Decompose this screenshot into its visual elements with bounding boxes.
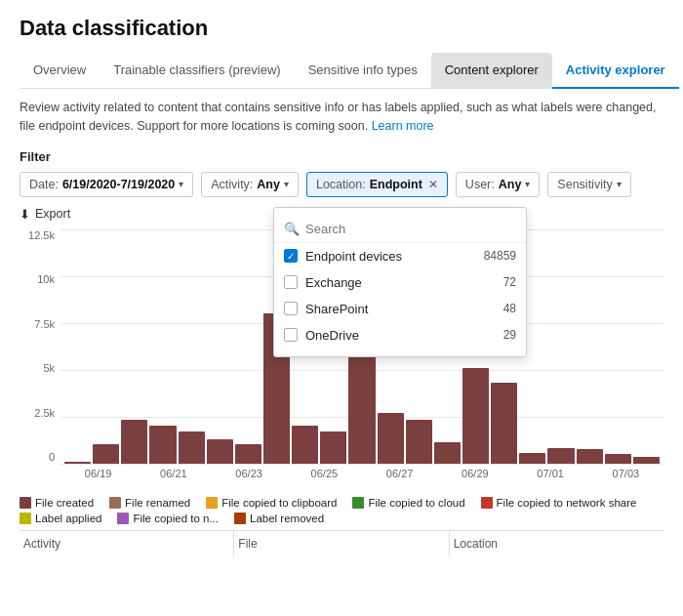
footer-location: Location bbox=[450, 531, 663, 556]
date-filter[interactable]: Date: 6/19/2020-7/19/2020 ▾ bbox=[20, 172, 193, 197]
bar-15 bbox=[491, 383, 517, 464]
nav-tabs: Overview Trainable classifiers (preview)… bbox=[20, 53, 663, 89]
endpoint-label: Endpoint devices bbox=[305, 249, 476, 264]
dropdown-item-sharepoint[interactable]: SharePoint 48 bbox=[274, 296, 526, 322]
legend-label-0: File created bbox=[35, 497, 94, 509]
bar-12 bbox=[406, 420, 432, 463]
x-label-0619: 06/19 bbox=[85, 468, 112, 479]
endpoint-count: 84859 bbox=[484, 249, 516, 263]
bar-group-0 bbox=[64, 229, 91, 464]
legend-dot-4 bbox=[481, 497, 493, 509]
x-label-0621: 06/21 bbox=[160, 468, 187, 479]
location-close-icon[interactable]: ✕ bbox=[428, 178, 438, 191]
legend-area: File createdFile renamedFile copied to c… bbox=[20, 497, 663, 524]
legend-dot-7 bbox=[234, 513, 246, 524]
legend-label-3: File copied to cloud bbox=[368, 497, 464, 509]
exchange-checkbox[interactable] bbox=[284, 275, 298, 289]
legend-item-6: File copied to n... bbox=[117, 513, 219, 524]
x-label-0629: 06/29 bbox=[462, 468, 489, 479]
legend-dot-0 bbox=[20, 497, 31, 509]
tab-trainable[interactable]: Trainable classifiers (preview) bbox=[100, 53, 294, 89]
legend-item-3: File copied to cloud bbox=[352, 497, 464, 509]
onedrive-label: OneDrive bbox=[305, 328, 496, 343]
filter-label: Filter bbox=[20, 149, 663, 164]
legend-item-7: Label removed bbox=[234, 513, 324, 524]
legend-dot-3 bbox=[352, 497, 364, 509]
legend-dot-5 bbox=[20, 513, 31, 524]
bar-8 bbox=[292, 426, 318, 463]
y-label-5k: 5k bbox=[20, 362, 55, 374]
search-icon: 🔍 bbox=[284, 222, 300, 236]
tab-sensitive[interactable]: Sensitive info types bbox=[295, 53, 431, 89]
tab-content[interactable]: Content explorer bbox=[431, 53, 552, 89]
endpoint-checkbox[interactable] bbox=[284, 249, 298, 263]
sharepoint-label: SharePoint bbox=[305, 302, 496, 316]
activity-value: Any bbox=[257, 178, 280, 191]
location-dropdown: 🔍 Endpoint devices 84859 Exchange 72 Sha… bbox=[273, 207, 527, 357]
bar-6 bbox=[235, 444, 261, 463]
page-title: Data classification bbox=[20, 16, 663, 41]
location-value: Endpoint bbox=[370, 178, 422, 191]
dropdown-item-onedrive[interactable]: OneDrive 29 bbox=[274, 322, 526, 349]
legend-item-1: File renamed bbox=[109, 497, 190, 509]
bar-14 bbox=[462, 368, 489, 464]
activity-filter[interactable]: Activity: Any ▾ bbox=[201, 172, 299, 197]
dropdown-search-input[interactable] bbox=[305, 222, 516, 236]
activity-chevron-icon: ▾ bbox=[284, 179, 289, 189]
bar-3 bbox=[149, 426, 176, 463]
onedrive-count: 29 bbox=[503, 328, 516, 342]
bar-17 bbox=[547, 448, 574, 463]
user-key: User: bbox=[465, 178, 495, 191]
bar-5 bbox=[207, 439, 233, 464]
sensitivity-filter[interactable]: Sensitivity ▾ bbox=[547, 172, 630, 197]
legend-label-7: Label removed bbox=[250, 513, 324, 524]
bar-group-3 bbox=[149, 229, 176, 464]
y-label-10k: 10k bbox=[20, 273, 55, 285]
bar-1 bbox=[93, 444, 119, 463]
y-label-125k: 12.5k bbox=[20, 229, 55, 241]
x-label-0623: 06/23 bbox=[235, 468, 262, 479]
user-chevron-icon: ▾ bbox=[525, 179, 530, 189]
x-label-0703: 07/03 bbox=[613, 468, 640, 479]
learn-more-link[interactable]: Learn more bbox=[372, 119, 434, 133]
legend-label-2: File copied to clipboard bbox=[221, 497, 337, 509]
export-icon: ⬇ bbox=[20, 207, 30, 222]
legend-label-1: File renamed bbox=[125, 497, 190, 509]
location-filter[interactable]: Location: Endpoint ✕ bbox=[306, 172, 448, 197]
footer-file: File bbox=[234, 531, 449, 556]
bar-group-18 bbox=[577, 229, 603, 464]
legend-item-2: File copied to clipboard bbox=[206, 497, 337, 509]
date-value: 6/19/2020-7/19/2020 bbox=[62, 178, 175, 191]
legend-label-5: Label applied bbox=[35, 513, 101, 524]
tab-activity[interactable]: Activity explorer bbox=[552, 53, 679, 89]
onedrive-checkbox[interactable] bbox=[284, 328, 298, 342]
bar-group-17 bbox=[547, 229, 574, 464]
exchange-count: 72 bbox=[503, 275, 516, 289]
bar-18 bbox=[577, 449, 603, 463]
sharepoint-checkbox[interactable] bbox=[284, 302, 298, 315]
footer-activity: Activity bbox=[20, 531, 234, 556]
tab-overview[interactable]: Overview bbox=[20, 53, 100, 89]
exchange-label: Exchange bbox=[305, 275, 496, 290]
user-filter[interactable]: User: Any ▾ bbox=[456, 172, 541, 197]
footer-row: Activity File Location bbox=[20, 530, 663, 556]
bar-11 bbox=[378, 413, 404, 464]
bar-group-2 bbox=[121, 229, 147, 464]
legend-item-4: File copied to network share bbox=[481, 497, 637, 509]
dropdown-item-endpoint[interactable]: Endpoint devices 84859 bbox=[274, 243, 526, 269]
bar-9 bbox=[320, 431, 346, 464]
bar-group-19 bbox=[605, 229, 631, 464]
legend-item-5: Label applied bbox=[20, 513, 101, 524]
y-label-0: 0 bbox=[20, 451, 55, 463]
sharepoint-count: 48 bbox=[503, 302, 516, 315]
dropdown-search-container: 🔍 bbox=[274, 216, 526, 243]
bar-group-4 bbox=[179, 229, 205, 464]
dropdown-item-exchange[interactable]: Exchange 72 bbox=[274, 269, 526, 296]
x-label-0627: 06/27 bbox=[386, 468, 414, 479]
bar-19 bbox=[605, 454, 631, 464]
y-label-25k: 2.5k bbox=[20, 407, 55, 419]
chart-x-labels: 06/19 06/21 06/23 06/25 06/27 06/29 07/0… bbox=[60, 468, 663, 479]
user-value: Any bbox=[499, 178, 522, 191]
date-chevron-icon: ▾ bbox=[179, 179, 183, 189]
description-text: Review activity related to content that … bbox=[20, 99, 663, 136]
